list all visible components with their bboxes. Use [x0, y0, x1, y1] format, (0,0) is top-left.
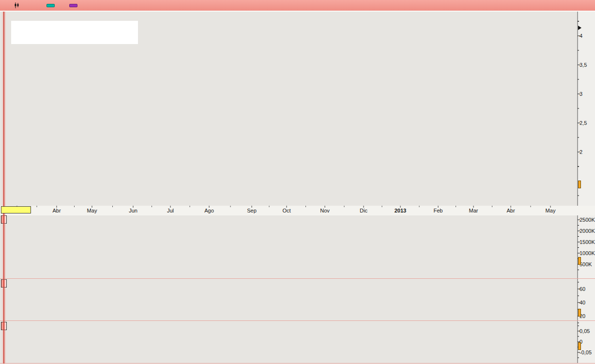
- date-axis[interactable]: AbrMayJunJulAgoSepOctNovDic2013FebMarAbr…: [0, 206, 595, 215]
- volume-chart-canvas[interactable]: [2, 216, 578, 276]
- price-tick-label: 3,5: [580, 62, 587, 68]
- tab-volumen[interactable]: [1, 215, 7, 224]
- price-tick-label: 2: [580, 149, 582, 155]
- price-tick-label: 3: [580, 91, 582, 97]
- month-label: Dic: [353, 208, 374, 213]
- month-label: Oct: [276, 208, 297, 213]
- month-label: Jun: [122, 208, 144, 213]
- month-label: Nov: [314, 208, 336, 213]
- price-tick-label: 2,5: [580, 120, 587, 126]
- pane-separator: [0, 278, 595, 279]
- chart-legend-toolbar: [0, 0, 595, 11]
- pane-separator: [0, 363, 595, 364]
- tab-rsi[interactable]: [1, 279, 7, 288]
- month-label: Feb: [427, 208, 449, 213]
- rsi-tick-label: 40: [580, 300, 585, 305]
- volume-tick-label: 2500K: [580, 217, 595, 223]
- month-label: Ago: [198, 208, 220, 213]
- volume-tick-label: 500K: [580, 261, 592, 267]
- tab-macd[interactable]: [1, 322, 7, 330]
- month-label: Abr: [500, 208, 521, 213]
- rsi-tick-label: 60: [580, 286, 585, 292]
- volume-tick-label: 2000K: [580, 228, 595, 234]
- macd-chart-canvas[interactable]: [2, 321, 578, 363]
- month-label: Abr: [46, 208, 67, 213]
- month-label: Jul: [160, 208, 181, 213]
- cursor-date-badge: [1, 206, 31, 213]
- price-tick-label: 4: [580, 33, 582, 39]
- volume-tick-label: 1000K: [580, 250, 595, 256]
- candlestick-icon: [14, 2, 19, 8]
- last-macd-badge: [578, 342, 581, 350]
- mm20-line-icon: [46, 4, 55, 7]
- month-label: May: [540, 208, 561, 213]
- bollinger-line-icon: [69, 4, 77, 7]
- month-label: Sep: [241, 208, 262, 213]
- month-label: Mar: [463, 208, 484, 213]
- last-price-badge: [578, 181, 581, 188]
- month-label: 2013: [390, 208, 411, 213]
- last-volume-badge: [578, 257, 581, 265]
- watermark: [8, 198, 15, 204]
- macd-tick-label: 0,05: [580, 328, 590, 334]
- macd-tick-label: -0,05: [580, 349, 592, 355]
- month-label: May: [81, 208, 103, 213]
- charting-application-window: AbrMayJunJulAgoSepOctNovDic2013FebMarAbr…: [0, 0, 595, 364]
- rsi-chart-canvas[interactable]: [2, 279, 578, 319]
- pane-separator: [0, 320, 595, 321]
- tooltip-box: [11, 21, 138, 44]
- volume-tick-label: 1500K: [580, 239, 595, 245]
- last-rsi-badge: [578, 309, 581, 317]
